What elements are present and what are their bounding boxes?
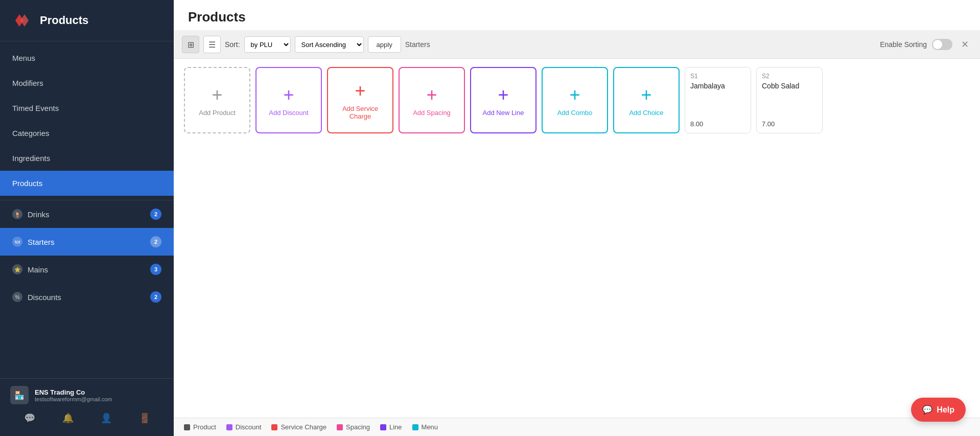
product-plu-s2: S2 [762, 73, 817, 80]
legend-label-menu: Menu [422, 423, 438, 431]
user-avatar: 🏪 [10, 386, 29, 404]
chat-icon[interactable]: 💬 [21, 409, 38, 427]
add-new-line-label: Add New Line [483, 109, 524, 117]
add-discount-icon: + [283, 84, 294, 106]
subnav-mains[interactable]: ⭐ Mains 3 [0, 256, 174, 283]
legend-dot-menu [412, 424, 418, 430]
apply-button[interactable]: apply [368, 36, 401, 53]
product-grid: + Add Product + Add Discount + Add Servi… [174, 59, 980, 418]
legend-menu: Menu [412, 423, 438, 431]
sidebar-header: Products [0, 0, 174, 41]
product-card-cobb-salad[interactable]: S2 Cobb Salad 7.00 [756, 67, 823, 133]
discounts-badge: 2 [150, 291, 161, 303]
add-new-line-icon: + [498, 84, 508, 106]
footer-legend: Product Discount Service Charge Spacing … [174, 418, 980, 436]
user-details: ENS Trading Co testsoftwareformm@gmail.c… [35, 388, 112, 402]
add-product-card[interactable]: + Add Product [184, 67, 250, 133]
add-product-label: Add Product [199, 109, 236, 117]
drinks-icon: 🍹 [12, 209, 22, 219]
product-plu-s1: S1 [690, 73, 745, 80]
enable-sorting-toggle[interactable] [932, 39, 952, 50]
add-combo-icon: + [569, 84, 580, 106]
close-button[interactable]: ✕ [958, 37, 972, 52]
sidebar-footer: 🏪 ENS Trading Co testsoftwareformm@gmail… [0, 378, 174, 436]
legend-line: Line [380, 423, 402, 431]
legend-dot-service-charge [271, 424, 277, 430]
help-button[interactable]: 💬 Help [911, 398, 966, 422]
list-view-button[interactable]: ☰ [203, 36, 221, 53]
legend-product: Product [184, 423, 216, 431]
add-combo-label: Add Combo [557, 109, 593, 117]
add-spacing-label: Add Spacing [413, 109, 451, 117]
starters-badge: 2 [150, 236, 161, 247]
mains-icon: ⭐ [12, 264, 22, 274]
sidebar-actions: 💬 🔔 👤 🚪 [10, 404, 164, 429]
sidebar-title: Products [40, 14, 88, 27]
page-title: Products [188, 9, 966, 25]
grid-view-button[interactable]: ⊞ [182, 36, 199, 53]
starters-icon: 🍽 [12, 237, 22, 247]
add-choice-icon: + [641, 84, 651, 106]
sort-label: Sort: [225, 40, 240, 49]
toolbar-right: Enable Sorting ✕ [880, 37, 972, 52]
add-service-charge-card[interactable]: + Add Service Charge [327, 67, 393, 133]
nav-menus[interactable]: Menus [0, 45, 174, 71]
legend-label-product: Product [193, 423, 216, 431]
product-name-jambalaya: Jambalaya [690, 82, 745, 90]
legend-spacing: Spacing [337, 423, 370, 431]
sidebar: Products Menus Modifiers Timed Events Ca… [0, 0, 174, 436]
product-name-cobb-salad: Cobb Salad [762, 82, 817, 90]
nav-timed-events[interactable]: Timed Events [0, 96, 174, 121]
add-spacing-icon: + [426, 84, 437, 106]
logout-icon[interactable]: 🚪 [136, 409, 153, 427]
sidebar-collapsed-nav: Menus Modifiers Timed Events Categories … [0, 41, 174, 200]
user-name: ENS Trading Co [35, 388, 112, 396]
add-new-line-card[interactable]: + Add New Line [470, 67, 536, 133]
add-choice-label: Add Choice [629, 109, 663, 117]
add-product-icon: + [212, 84, 222, 106]
legend-label-spacing: Spacing [346, 423, 370, 431]
legend-discount: Discount [226, 423, 262, 431]
user-email: testsoftwareformm@gmail.com [35, 396, 112, 402]
nav-products[interactable]: Products [0, 171, 174, 196]
legend-label-line: Line [389, 423, 402, 431]
legend-dot-line [380, 424, 386, 430]
current-category-label: Starters [405, 40, 430, 49]
mains-badge: 3 [150, 264, 161, 275]
subnav-starters[interactable]: 🍽 Starters 2 [0, 228, 174, 256]
main-content: Products ⊞ ☰ Sort: by PLU by Name by Pri… [174, 0, 980, 436]
subnav-drinks[interactable]: 🍹 Drinks 2 [0, 200, 174, 228]
discounts-icon: % [12, 292, 22, 302]
legend-label-service-charge: Service Charge [281, 423, 326, 431]
page-header: Products [174, 0, 980, 31]
sub-navigation: 🍹 Drinks 2 🍽 Starters 2 ⭐ Mains 3 % Disc… [0, 200, 174, 378]
add-choice-card[interactable]: + Add Choice [613, 67, 680, 133]
drinks-badge: 2 [150, 209, 161, 220]
help-button-label: Help [937, 405, 954, 415]
legend-label-discount: Discount [236, 423, 262, 431]
add-combo-card[interactable]: + Add Combo [542, 67, 608, 133]
nav-ingredients[interactable]: Ingredients [0, 146, 174, 171]
add-service-label: Add Service Charge [332, 105, 388, 120]
product-card-jambalaya[interactable]: S1 Jambalaya 8.00 [685, 67, 751, 133]
legend-dot-product [184, 424, 190, 430]
user-circle-icon[interactable]: 👤 [98, 409, 115, 427]
add-discount-card[interactable]: + Add Discount [255, 67, 322, 133]
nav-modifiers[interactable]: Modifiers [0, 71, 174, 96]
add-spacing-card[interactable]: + Add Spacing [399, 67, 465, 133]
toolbar: ⊞ ☰ Sort: by PLU by Name by Price Sort A… [174, 31, 980, 59]
legend-dot-spacing [337, 424, 343, 430]
sort-direction-select[interactable]: Sort Ascending Sort Descending [295, 36, 364, 53]
help-chat-icon: 💬 [922, 405, 932, 415]
sort-by-select[interactable]: by PLU by Name by Price [244, 36, 291, 53]
nav-categories[interactable]: Categories [0, 121, 174, 146]
bell-icon[interactable]: 🔔 [59, 409, 77, 427]
legend-dot-discount [226, 424, 232, 430]
user-info: 🏪 ENS Trading Co testsoftwareformm@gmail… [10, 386, 164, 404]
add-service-icon: + [355, 80, 365, 102]
add-discount-label: Add Discount [269, 109, 308, 117]
product-price-cobb-salad: 7.00 [762, 120, 817, 128]
product-price-jambalaya: 8.00 [690, 120, 745, 128]
subnav-discounts[interactable]: % Discounts 2 [0, 283, 174, 311]
enable-sorting-label: Enable Sorting [880, 40, 927, 49]
